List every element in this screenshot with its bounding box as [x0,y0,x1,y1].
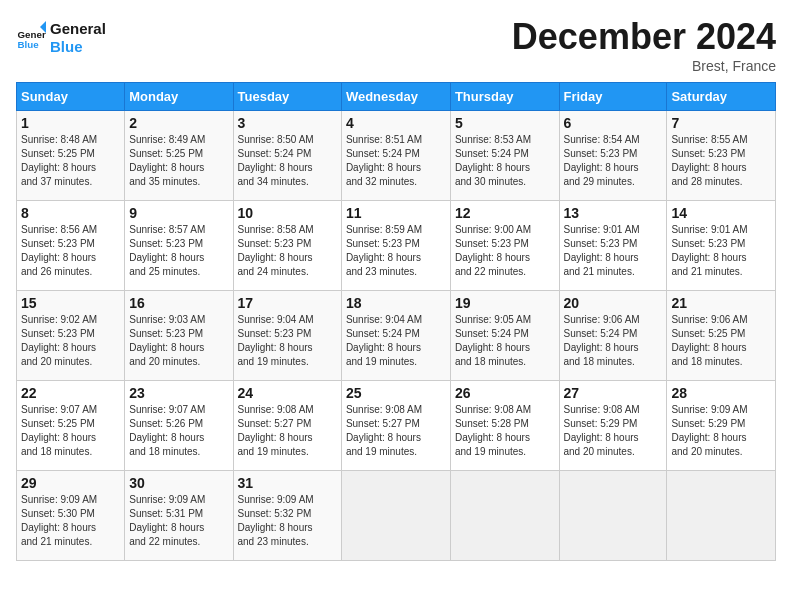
day-detail: Sunrise: 9:09 AMSunset: 5:29 PMDaylight:… [671,403,771,459]
logo-icon: General Blue [16,21,46,51]
page-header: General Blue General Blue December 2024 … [16,16,776,74]
day-detail: Sunrise: 9:06 AMSunset: 5:24 PMDaylight:… [564,313,663,369]
day-cell: 3Sunrise: 8:50 AMSunset: 5:24 PMDaylight… [233,111,341,201]
header-saturday: Saturday [667,83,776,111]
day-detail: Sunrise: 9:01 AMSunset: 5:23 PMDaylight:… [564,223,663,279]
day-cell: 22Sunrise: 9:07 AMSunset: 5:25 PMDayligh… [17,381,125,471]
day-detail: Sunrise: 9:04 AMSunset: 5:23 PMDaylight:… [238,313,337,369]
day-cell: 19Sunrise: 9:05 AMSunset: 5:24 PMDayligh… [450,291,559,381]
day-detail: Sunrise: 9:07 AMSunset: 5:26 PMDaylight:… [129,403,228,459]
day-cell: 24Sunrise: 9:08 AMSunset: 5:27 PMDayligh… [233,381,341,471]
day-detail: Sunrise: 9:09 AMSunset: 5:30 PMDaylight:… [21,493,120,549]
day-cell: 30Sunrise: 9:09 AMSunset: 5:31 PMDayligh… [125,471,233,561]
day-number: 24 [238,385,337,401]
day-cell: 17Sunrise: 9:04 AMSunset: 5:23 PMDayligh… [233,291,341,381]
day-number: 4 [346,115,446,131]
day-cell [450,471,559,561]
day-cell [559,471,667,561]
day-cell: 7Sunrise: 8:55 AMSunset: 5:23 PMDaylight… [667,111,776,201]
day-detail: Sunrise: 9:02 AMSunset: 5:23 PMDaylight:… [21,313,120,369]
day-cell: 20Sunrise: 9:06 AMSunset: 5:24 PMDayligh… [559,291,667,381]
day-number: 28 [671,385,771,401]
day-cell: 27Sunrise: 9:08 AMSunset: 5:29 PMDayligh… [559,381,667,471]
day-cell [667,471,776,561]
day-cell: 29Sunrise: 9:09 AMSunset: 5:30 PMDayligh… [17,471,125,561]
calendar-table: SundayMondayTuesdayWednesdayThursdayFrid… [16,82,776,561]
day-detail: Sunrise: 9:07 AMSunset: 5:25 PMDaylight:… [21,403,120,459]
day-cell: 11Sunrise: 8:59 AMSunset: 5:23 PMDayligh… [341,201,450,291]
day-number: 26 [455,385,555,401]
day-cell: 31Sunrise: 9:09 AMSunset: 5:32 PMDayligh… [233,471,341,561]
header-thursday: Thursday [450,83,559,111]
day-detail: Sunrise: 8:48 AMSunset: 5:25 PMDaylight:… [21,133,120,189]
day-cell: 1Sunrise: 8:48 AMSunset: 5:25 PMDaylight… [17,111,125,201]
day-detail: Sunrise: 8:57 AMSunset: 5:23 PMDaylight:… [129,223,228,279]
day-number: 16 [129,295,228,311]
day-detail: Sunrise: 9:01 AMSunset: 5:23 PMDaylight:… [671,223,771,279]
week-row-0: 1Sunrise: 8:48 AMSunset: 5:25 PMDaylight… [17,111,776,201]
day-number: 9 [129,205,228,221]
day-cell: 12Sunrise: 9:00 AMSunset: 5:23 PMDayligh… [450,201,559,291]
header-wednesday: Wednesday [341,83,450,111]
day-detail: Sunrise: 8:54 AMSunset: 5:23 PMDaylight:… [564,133,663,189]
day-number: 12 [455,205,555,221]
month-title: December 2024 [512,16,776,58]
logo-blue: Blue [50,38,106,56]
header-monday: Monday [125,83,233,111]
day-detail: Sunrise: 9:08 AMSunset: 5:29 PMDaylight:… [564,403,663,459]
day-number: 13 [564,205,663,221]
day-detail: Sunrise: 8:59 AMSunset: 5:23 PMDaylight:… [346,223,446,279]
day-number: 6 [564,115,663,131]
day-number: 31 [238,475,337,491]
day-detail: Sunrise: 8:53 AMSunset: 5:24 PMDaylight:… [455,133,555,189]
day-number: 1 [21,115,120,131]
day-number: 17 [238,295,337,311]
day-cell: 23Sunrise: 9:07 AMSunset: 5:26 PMDayligh… [125,381,233,471]
logo: General Blue General Blue [16,16,106,56]
day-cell: 18Sunrise: 9:04 AMSunset: 5:24 PMDayligh… [341,291,450,381]
day-detail: Sunrise: 8:51 AMSunset: 5:24 PMDaylight:… [346,133,446,189]
svg-text:General: General [18,29,47,40]
day-detail: Sunrise: 9:09 AMSunset: 5:31 PMDaylight:… [129,493,228,549]
day-cell: 9Sunrise: 8:57 AMSunset: 5:23 PMDaylight… [125,201,233,291]
day-number: 23 [129,385,228,401]
day-detail: Sunrise: 9:00 AMSunset: 5:23 PMDaylight:… [455,223,555,279]
day-detail: Sunrise: 9:05 AMSunset: 5:24 PMDaylight:… [455,313,555,369]
day-cell: 25Sunrise: 9:08 AMSunset: 5:27 PMDayligh… [341,381,450,471]
svg-text:Blue: Blue [18,39,40,50]
location: Brest, France [512,58,776,74]
day-cell [341,471,450,561]
header-friday: Friday [559,83,667,111]
day-number: 10 [238,205,337,221]
week-row-2: 15Sunrise: 9:02 AMSunset: 5:23 PMDayligh… [17,291,776,381]
day-number: 8 [21,205,120,221]
day-detail: Sunrise: 8:56 AMSunset: 5:23 PMDaylight:… [21,223,120,279]
day-cell: 5Sunrise: 8:53 AMSunset: 5:24 PMDaylight… [450,111,559,201]
day-number: 7 [671,115,771,131]
day-cell: 15Sunrise: 9:02 AMSunset: 5:23 PMDayligh… [17,291,125,381]
week-row-3: 22Sunrise: 9:07 AMSunset: 5:25 PMDayligh… [17,381,776,471]
day-cell: 13Sunrise: 9:01 AMSunset: 5:23 PMDayligh… [559,201,667,291]
day-detail: Sunrise: 8:50 AMSunset: 5:24 PMDaylight:… [238,133,337,189]
day-cell: 2Sunrise: 8:49 AMSunset: 5:25 PMDaylight… [125,111,233,201]
week-row-4: 29Sunrise: 9:09 AMSunset: 5:30 PMDayligh… [17,471,776,561]
day-cell: 10Sunrise: 8:58 AMSunset: 5:23 PMDayligh… [233,201,341,291]
day-detail: Sunrise: 9:04 AMSunset: 5:24 PMDaylight:… [346,313,446,369]
title-block: December 2024 Brest, France [512,16,776,74]
day-detail: Sunrise: 9:03 AMSunset: 5:23 PMDaylight:… [129,313,228,369]
day-number: 11 [346,205,446,221]
day-detail: Sunrise: 8:49 AMSunset: 5:25 PMDaylight:… [129,133,228,189]
day-cell: 6Sunrise: 8:54 AMSunset: 5:23 PMDaylight… [559,111,667,201]
day-number: 21 [671,295,771,311]
day-number: 15 [21,295,120,311]
days-header-row: SundayMondayTuesdayWednesdayThursdayFrid… [17,83,776,111]
day-cell: 21Sunrise: 9:06 AMSunset: 5:25 PMDayligh… [667,291,776,381]
day-detail: Sunrise: 9:08 AMSunset: 5:28 PMDaylight:… [455,403,555,459]
day-cell: 8Sunrise: 8:56 AMSunset: 5:23 PMDaylight… [17,201,125,291]
day-number: 25 [346,385,446,401]
day-cell: 26Sunrise: 9:08 AMSunset: 5:28 PMDayligh… [450,381,559,471]
week-row-1: 8Sunrise: 8:56 AMSunset: 5:23 PMDaylight… [17,201,776,291]
day-cell: 14Sunrise: 9:01 AMSunset: 5:23 PMDayligh… [667,201,776,291]
day-number: 2 [129,115,228,131]
day-number: 18 [346,295,446,311]
